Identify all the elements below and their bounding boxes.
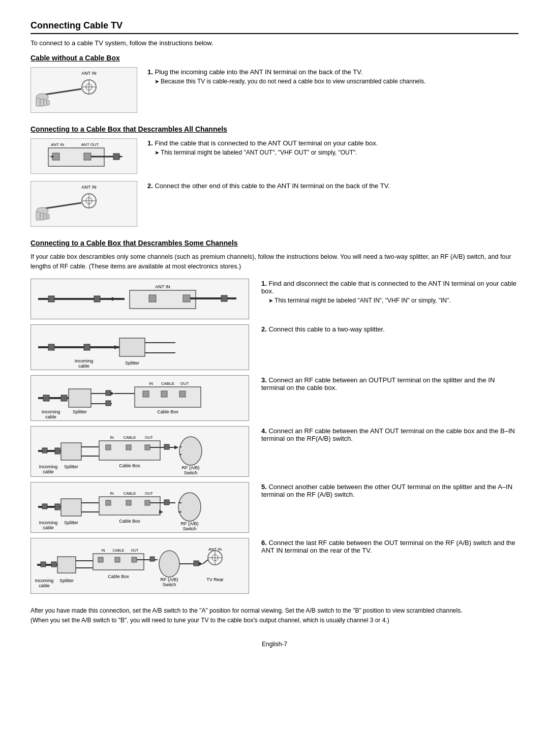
svg-text:Switch: Switch <box>184 470 198 475</box>
svg-rect-103 <box>99 497 160 515</box>
section2-step2-text: 2. Connect the other end of this cable t… <box>147 182 518 190</box>
section2-step1-note: This terminal might be labeled "ANT OUT"… <box>155 149 518 156</box>
svg-rect-108 <box>126 500 131 505</box>
svg-rect-73 <box>42 448 47 453</box>
section3-step4-content: 4. Connect an RF cable between the ANT O… <box>261 426 518 442</box>
page-title: Connecting Cable TV <box>30 20 518 34</box>
svg-rect-45 <box>119 338 145 356</box>
svg-point-88 <box>179 437 202 465</box>
section3-step6-row: IN CABLE OUT ANT IN <box>30 538 518 594</box>
footer-line1: After you have made this connection, set… <box>30 606 518 616</box>
svg-rect-66 <box>161 391 167 397</box>
section2-step2-svg: ANT IN <box>33 182 135 226</box>
section1-step1-text: 1. Plug the incoming cable into the ANT … <box>147 68 518 76</box>
section3-step5-text: 5. Connect another cable between the oth… <box>261 483 518 498</box>
svg-rect-65 <box>143 391 149 397</box>
svg-text:cable: cable <box>45 414 56 419</box>
section3-step3-row: IN CABLE OUT Incoming cable Splitter Cab… <box>30 375 518 421</box>
section2-step1-content: 1. Find the cable that is connected to t… <box>147 138 518 156</box>
svg-rect-132 <box>98 557 103 562</box>
section3-step1-content: 1. Find and disconnect the cable that is… <box>261 279 518 304</box>
svg-rect-29 <box>44 214 47 220</box>
svg-marker-140 <box>199 562 203 566</box>
svg-rect-33 <box>94 296 100 302</box>
section2-step1-diagram: ANT IN ANT OUT <box>30 138 137 174</box>
section2-step1-text: 1. Find the cable that is connected to t… <box>147 139 518 147</box>
svg-rect-78 <box>99 441 160 460</box>
section2-title: Connecting to a Cable Box that Descrambl… <box>30 125 518 133</box>
svg-rect-54 <box>69 389 91 407</box>
svg-marker-44 <box>114 345 119 349</box>
svg-text:cable: cable <box>43 525 54 530</box>
section3-step6-text: 6. Connect the last RF cable between the… <box>261 539 518 554</box>
svg-rect-14 <box>52 153 59 160</box>
svg-text:OUT: OUT <box>145 435 153 440</box>
section3-step2-content: 2. Connect this cable to a two-way split… <box>261 324 518 333</box>
svg-text:Splitter: Splitter <box>125 360 139 366</box>
section1-step1-note: Because this TV is cable-ready, you do n… <box>155 78 518 85</box>
section3-step6-svg: IN CABLE OUT ANT IN <box>33 538 247 593</box>
svg-marker-115 <box>159 510 163 514</box>
section3-step3-text: 3. Connect an RF cable between an OUTPUT… <box>261 376 518 391</box>
section3-step4-svg: IN CABLE OUT Incoming cable Splitter <box>33 427 247 476</box>
section2-step1-svg: ANT IN ANT OUT <box>33 139 135 173</box>
section3-step1-row: ANT IN 1. Find and disconnect the cable … <box>30 279 518 319</box>
svg-text:Incoming: Incoming <box>39 464 58 469</box>
svg-rect-75 <box>61 443 81 460</box>
svg-text:Incoming: Incoming <box>42 409 60 414</box>
svg-rect-30 <box>47 214 49 219</box>
svg-marker-34 <box>112 297 116 301</box>
section3-step4-row: IN CABLE OUT Incoming cable Splitter <box>30 426 518 477</box>
section2-step2-content: 2. Connect the other end of this cable t… <box>147 181 518 190</box>
svg-text:IN: IN <box>110 435 114 440</box>
section3-step5-content: 5. Connect another cable between the oth… <box>261 482 518 498</box>
section1-title: Cable without a Cable Box <box>30 54 518 62</box>
section3-step6-content: 6. Connect the last RF cable between the… <box>261 538 518 554</box>
section2-step2-row: ANT IN 2. Connect the other end of this … <box>30 181 518 227</box>
svg-rect-9 <box>44 100 47 106</box>
svg-text:IN: IN <box>110 491 114 496</box>
section3-step5-row: IN CABLE OUT Incoming cable Splitter <box>30 482 518 533</box>
svg-text:IN: IN <box>102 549 105 552</box>
svg-text:Cable Box: Cable Box <box>119 463 140 468</box>
svg-text:Incoming: Incoming <box>75 358 94 364</box>
svg-line-147 <box>203 560 208 564</box>
svg-text:Cable Box: Cable Box <box>157 409 178 414</box>
section3-step2-text: 2. Connect this cable to a two-way split… <box>261 325 518 333</box>
svg-rect-53 <box>61 395 67 401</box>
svg-text:OUT: OUT <box>131 549 139 552</box>
section3-step5-svg: IN CABLE OUT Incoming cable Splitter <box>33 482 247 532</box>
section3-step6-diagram: IN CABLE OUT ANT IN <box>30 538 249 594</box>
section-some-channels: Connecting to a Cable Box that Descrambl… <box>30 239 518 594</box>
svg-text:TV Rear: TV Rear <box>206 577 224 582</box>
svg-rect-99 <box>55 504 60 510</box>
section3-step1-note: This terminal might be labeled "ANT IN",… <box>268 297 518 304</box>
svg-rect-42 <box>48 344 54 350</box>
svg-marker-59 <box>110 391 114 396</box>
svg-text:Incoming: Incoming <box>35 578 54 583</box>
svg-text:RF (A/B): RF (A/B) <box>181 521 199 526</box>
svg-rect-98 <box>42 504 47 509</box>
svg-rect-100 <box>61 499 81 516</box>
svg-rect-136 <box>150 557 155 561</box>
footer-line2: (When you set the A/B switch to "B", you… <box>30 616 518 625</box>
section2-step1-row: ANT IN ANT OUT 1. Find the cable that is… <box>30 138 518 174</box>
section3-step1-text: 1. Find and disconnect the cable that is… <box>261 280 518 295</box>
section3-step3-content: 3. Connect an RF cable between an OUTPUT… <box>261 375 518 391</box>
section3-step4-diagram: IN CABLE OUT Incoming cable Splitter <box>30 426 249 477</box>
svg-rect-139 <box>194 561 199 566</box>
intro-text: To connect to a cable TV system, follow … <box>30 39 518 47</box>
section3-step3-diagram: IN CABLE OUT Incoming cable Splitter Cab… <box>30 375 249 421</box>
footer-note: After you have made this connection, set… <box>30 606 518 625</box>
svg-text:ANT IN: ANT IN <box>81 71 96 76</box>
svg-text:cable: cable <box>43 469 54 474</box>
section2-step2-diagram: ANT IN <box>30 181 137 227</box>
svg-text:RF (A/B): RF (A/B) <box>161 577 178 582</box>
svg-text:Cable Box: Cable Box <box>108 574 129 579</box>
svg-text:cable: cable <box>78 364 89 369</box>
section1-svg: ANT IN <box>33 68 135 112</box>
section3-step2-row: Splitter Incoming cable 2. Connect this … <box>30 324 518 370</box>
svg-text:ANT OUT: ANT OUT <box>81 142 99 147</box>
section3-desc: If your cable box descrambles only some … <box>30 252 518 271</box>
svg-rect-107 <box>106 500 111 505</box>
